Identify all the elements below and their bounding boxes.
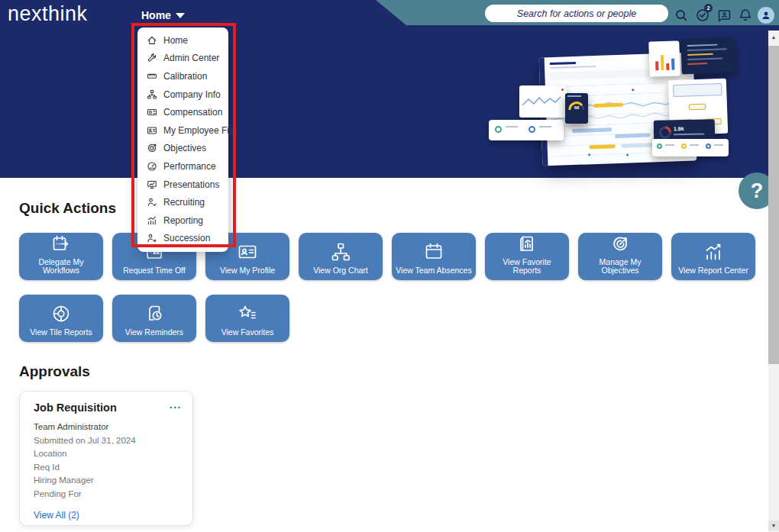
- stats-pill-bottom-graphic: [652, 139, 729, 156]
- tile-view-team-absences[interactable]: View Team Absences: [392, 233, 476, 280]
- menu-item-label: My Employee File: [163, 125, 236, 136]
- menu-item-label: Reporting: [163, 215, 203, 226]
- home-icon: [147, 35, 157, 46]
- approval-detail-line: Pending For: [34, 488, 182, 501]
- menu-item-label: Compensation: [163, 107, 222, 118]
- tile-label: View My Profile: [217, 266, 278, 275]
- id-card-icon: [237, 240, 258, 263]
- approval-detail-line: Team Administrator: [34, 421, 182, 434]
- menu-item-compensation[interactable]: Compensation: [137, 103, 228, 121]
- menu-item-reporting[interactable]: Reporting: [137, 211, 228, 230]
- tile-view-favorite-reports[interactable]: View Favorite Reports: [485, 233, 569, 280]
- document-clock-icon: [144, 302, 165, 325]
- menu-item-presentations[interactable]: Presentations: [137, 176, 228, 194]
- tile-view-report-center[interactable]: View Report Center: [671, 233, 755, 280]
- menu-item-home[interactable]: Home: [137, 31, 228, 50]
- scrollbar-thumb[interactable]: [768, 46, 779, 364]
- tile-label: Request Time Off: [120, 266, 189, 275]
- menu-item-recruiting[interactable]: Recruiting: [137, 193, 228, 211]
- tile-manage-my-objectives[interactable]: Manage My Objectives: [578, 233, 662, 280]
- tile-label: View Favorites: [218, 328, 277, 337]
- org-chart-icon: [330, 240, 351, 263]
- menu-item-label: Objectives: [163, 143, 206, 153]
- todo-icon[interactable]: 2: [695, 8, 710, 23]
- compensation-icon: [147, 107, 157, 118]
- employee-badge-icon: [147, 125, 157, 136]
- menu-item-admin-center[interactable]: Admin Center: [137, 50, 228, 68]
- hero-illustration: 68 1.9k: [489, 38, 748, 176]
- calibration-icon: [147, 71, 157, 82]
- avatar[interactable]: [758, 7, 774, 24]
- home-nav-dropdown-trigger[interactable]: Home: [141, 9, 185, 21]
- tile-label: View Report Center: [675, 266, 751, 275]
- approval-card-title: Job Requisition: [34, 401, 117, 414]
- menu-item-company-info[interactable]: Company Info: [137, 85, 228, 104]
- quick-actions-grid: Delegate My Workflows Request Time Off V…: [19, 233, 766, 342]
- todo-badge: 2: [704, 4, 713, 12]
- home-nav-label: Home: [141, 9, 171, 21]
- tile-delegate-my-workflows[interactable]: Delegate My Workflows: [19, 233, 103, 280]
- approval-card-job-requisition[interactable]: Job Requisition ... Team Administrator S…: [19, 391, 193, 526]
- menu-item-label: Succession: [163, 233, 210, 243]
- menu-item-performance[interactable]: Performance: [137, 157, 228, 176]
- menu-item-objectives[interactable]: Objectives: [137, 140, 228, 158]
- top-bar: nexthink Home 2: [0, 0, 779, 31]
- scrollbar-down-arrow[interactable]: ▼: [768, 521, 779, 530]
- reporting-chart-icon: [147, 215, 157, 226]
- search-icon[interactable]: [674, 8, 689, 23]
- view-all-link[interactable]: View All (2): [34, 510, 79, 521]
- scrollbar-up-arrow[interactable]: ▲: [768, 32, 779, 42]
- menu-item-label: Admin Center: [163, 53, 219, 63]
- app-window: 68 1.9k ? nexthink: [0, 0, 779, 532]
- approval-card-details: Team Administrator Submitted on Jul 31, …: [34, 421, 182, 501]
- tile-label: Manage My Objectives: [578, 258, 662, 275]
- presentations-icon: [147, 179, 157, 190]
- tile-view-org-chart[interactable]: View Org Chart: [299, 233, 383, 280]
- menu-item-calibration[interactable]: Calibration: [137, 67, 228, 85]
- menu-item-label: Home: [163, 35, 188, 46]
- menu-item-label: Recruiting: [163, 197, 205, 208]
- bell-icon[interactable]: [738, 8, 753, 23]
- menu-item-label: Company Info: [163, 89, 221, 100]
- objectives-target-icon: [147, 143, 157, 153]
- menu-item-succession[interactable]: Succession: [137, 230, 228, 248]
- tile-view-favorites[interactable]: View Favorites: [205, 295, 289, 342]
- calendar-arrow-icon: [50, 233, 72, 255]
- vertical-scrollbar[interactable]: ▲ ▼: [768, 31, 779, 532]
- recruiting-person-icon: [147, 197, 157, 208]
- bar-chart-card-graphic: [648, 40, 680, 76]
- tile-view-reminders[interactable]: View Reminders: [112, 295, 196, 342]
- trend-chart-icon: [703, 240, 724, 263]
- tile-label: View Tile Reports: [27, 328, 95, 337]
- target-icon: [609, 233, 631, 255]
- menu-item-label: Presentations: [163, 179, 219, 190]
- tile-label: View Favorite Reports: [485, 258, 569, 275]
- org-structure-icon: [147, 89, 157, 100]
- succession-person-icon: [147, 233, 157, 243]
- home-dropdown-menu: Home Admin Center Calibration Company In…: [137, 27, 228, 252]
- approval-detail-line: Location: [34, 447, 182, 461]
- donut-chart-icon: [50, 302, 72, 325]
- tile-label: View Team Absences: [393, 266, 474, 275]
- kpi-value: 1.9k: [674, 126, 684, 131]
- search-input[interactable]: [485, 5, 668, 22]
- tile-label: View Org Chart: [310, 266, 371, 275]
- line-chart-card-graphic: [519, 85, 567, 118]
- calendar-icon: [423, 240, 444, 263]
- nexthink-logo: nexthink: [8, 2, 88, 26]
- approval-detail-line: Submitted on Jul 31, 2024: [34, 434, 182, 448]
- quick-actions-title: Quick Actions: [19, 200, 116, 217]
- tile-label: Delegate My Workflows: [19, 258, 103, 275]
- menu-item-my-employee-file[interactable]: My Employee File: [137, 121, 228, 140]
- tile-view-tile-reports[interactable]: View Tile Reports: [19, 295, 103, 342]
- approval-detail-line: Hiring Manager: [34, 474, 182, 488]
- approval-detail-line: Req Id: [34, 461, 182, 475]
- stats-pill-graphic: [489, 120, 564, 140]
- chat-icon[interactable]: [716, 8, 732, 23]
- card-overflow-menu[interactable]: ...: [170, 401, 182, 408]
- gauge-card-graphic: 68: [565, 93, 588, 124]
- star-list-icon: [237, 302, 258, 325]
- menu-item-label: Calibration: [163, 71, 207, 82]
- approvals-title: Approvals: [19, 363, 90, 380]
- performance-gauge-icon: [147, 161, 157, 172]
